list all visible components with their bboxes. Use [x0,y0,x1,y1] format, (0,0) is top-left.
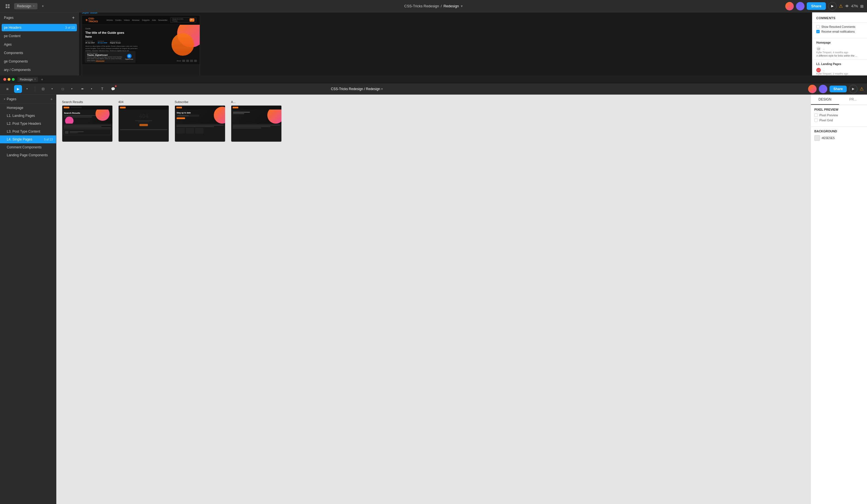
page-item-landing-components[interactable]: Landing Page Components [0,151,56,159]
comment-tool-button[interactable]: 💬 [109,85,117,93]
bottom-breadcrumb: CSS-Tricks Redesign / Redesign ▾ [331,87,383,91]
page-item-l4[interactable]: L4. Single Pages 5 of 13 [0,136,56,143]
page-label: L1. Landing Pages [7,114,35,118]
close-button[interactable] [3,78,6,81]
pen-tool-button[interactable]: ✒ [78,85,86,93]
mini-a-footer [231,124,281,130]
mini-hero-a [231,109,281,124]
thumbnail-404[interactable]: 404 404 [118,100,169,252]
nav-snippets: Snippets [142,19,150,21]
sponsor-box: Monthly Sponsor Thanks, DigitalOcean! Vi… [85,51,136,63]
toolbar-shape-group: □ ▾ [59,85,76,93]
share-tw-icon [186,60,189,62]
bottom-tab-close[interactable]: × [34,78,36,81]
guide-title: The title of the Guide goes here [85,31,128,39]
menu-icon[interactable] [3,3,12,9]
bt-breadcrumb-project: CSS-Tricks Redesign [331,87,363,91]
pages-add-button[interactable]: + [51,97,53,101]
sub-footer-line-2 [176,126,214,127]
move-tool-caret[interactable]: ▾ [23,85,31,93]
sponsor-title: Thanks, DigitalOcean! [87,54,123,56]
mini-blob-pink [65,117,74,124]
minimize-button[interactable] [8,78,10,81]
toolbar-move-group: ▶ ▾ [14,85,31,93]
sub-title: Stay up to date [176,112,223,114]
sidebar-item-page-content[interactable]: pe Content [0,32,78,40]
digitalocean-logo: D DigitalOcean [125,54,133,60]
page-label: Homepage [7,106,23,110]
mini-404-line [135,120,152,121]
bottom-center-canvas: Search Results Search Results [56,95,434,252]
hamburger-menu-icon[interactable]: ≡ [3,85,11,93]
frame-tool-button[interactable]: ⊡ [39,85,47,93]
toolbar-menu-group: ≡ [3,85,11,93]
move-tool-button[interactable]: ▶ [14,85,22,93]
a-line-2 [233,113,244,114]
text-tool-button[interactable]: T [98,85,106,93]
mini-sub-hero: Stay up to date [175,109,225,124]
page-frame: ✳ CSS-TRICKS Articles Guides Videos Alma… [82,15,200,75]
page-label: L3. Post Type Content [7,129,40,133]
page-label: L2. Post Type Headers [7,122,41,126]
sub-input-line [178,116,189,116]
thumb-label-search: Search Results [62,100,113,104]
mini-nav [62,106,113,109]
add-tab-button[interactable]: + [40,3,46,9]
sidebar-item-page-headers[interactable]: pe Headers 3 of 13 [2,24,77,31]
guide-hero: Guide The title of the Guide goes here P… [82,25,200,64]
sidebar-add-button[interactable]: + [72,15,75,20]
top-breadcrumb: CSS-Tricks Redesign / Redesign ▾ [404,4,434,8]
pen-tool-caret[interactable]: ▾ [88,85,96,93]
maximize-button[interactable] [12,78,15,81]
nav-items: Articles Guides Videos Almanac Snippets … [106,19,168,21]
sponsor-label: Sponsored byDigital Ocean [110,40,120,44]
a-footer-line-1 [233,125,280,126]
sidebar-item-ages[interactable]: Ages [0,40,78,49]
toolbar-left: Redesign × + [3,3,434,9]
thumb-label-404: 404 [118,100,169,104]
bottom-tab-redesign[interactable]: Redesign × [18,77,38,82]
pages-caret-icon: ▼ [3,98,6,100]
page-item-l2[interactable]: L2. Post Type Headers [0,120,56,128]
sidebar-item-ge-components[interactable]: ge Components [0,57,78,66]
thumbnail-search-results[interactable]: Search Results Search Results [62,100,113,252]
sponsor-link[interactable]: Find out more [96,60,105,61]
pages-title: Pages [7,97,16,101]
page-item-l3[interactable]: L3. Post Type Content [0,128,56,136]
sidebar-item-components[interactable]: Components [0,49,78,57]
breadcrumb-project: CSS-Tricks Redesign [404,4,434,8]
page-item-l1[interactable]: L1. Landing Pages [0,112,56,120]
mini-sub-content: Stay up to date [175,109,225,121]
add-tab-plus[interactable]: + [41,77,43,82]
frame-tool-caret[interactable]: ▾ [48,85,56,93]
canvas-area: Super Guide ✳ CSS-TRICKS Articles Guides… [79,12,434,75]
share-email-icon [190,60,193,62]
top-tab-close[interactable]: × [33,4,35,8]
thumbnail-subscribe[interactable]: Subscribe Stay up to date [175,100,225,252]
share-label: Share [176,60,181,62]
bottom-titlebar: Redesign × + [0,75,434,83]
toolbar-comment-group: 💬 [109,85,117,93]
top-tab-redesign[interactable]: Redesign × [14,3,38,9]
window-controls [3,78,15,81]
pages-title-row[interactable]: ▼ Pages [3,97,16,101]
sidebar-item-label: ary / Components [4,68,31,72]
mini-404-button [139,124,148,126]
sidebar-item-ary-components[interactable]: ary / Components [0,66,78,74]
nav-jobs: Jobs [152,19,156,21]
mini-result-lines [69,131,84,133]
share-area: Share [176,60,197,62]
mini-content [62,124,113,136]
shape-tool-caret[interactable]: ▾ [68,85,76,93]
nav-guides: Guides [115,19,121,21]
mini-logo [64,107,69,108]
shape-tool-button[interactable]: □ [59,85,67,93]
top-toolbar: Redesign × + CSS-Tricks Redesign / Redes… [0,0,434,12]
mini-404-line-2 [138,122,149,122]
page-item-comment-components[interactable]: Comment Components [0,143,56,151]
page-item-homepage[interactable]: Homepage [0,104,56,112]
bottom-layout: ▼ Pages + Homepage L1. Landing Pages L2.… [0,95,434,252]
share-li-icon [194,60,197,62]
comment-notification-dot [115,85,117,87]
thumbnail-a[interactable]: A... [231,100,282,252]
